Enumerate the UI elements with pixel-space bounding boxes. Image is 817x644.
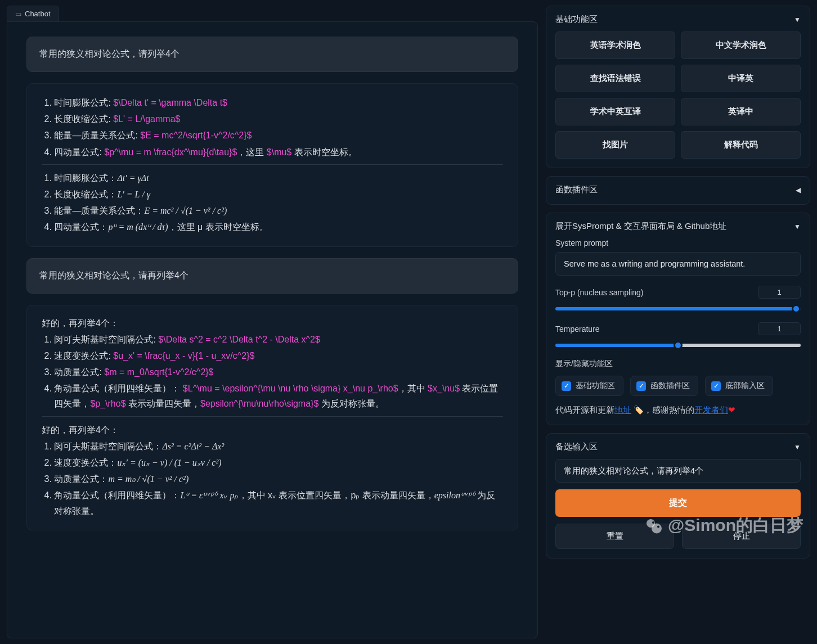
heart-icon: ❤ [728, 406, 735, 415]
visibility-checkbox-2[interactable]: ✓底部输入区 [705, 376, 773, 396]
chatbot-tab[interactable]: ▭ Chatbot [7, 6, 59, 21]
tab-label: Chatbot [25, 10, 51, 18]
input-panel-header[interactable]: 备选输入区 ▼ [555, 442, 801, 452]
basic-button-5[interactable]: 英译中 [681, 98, 801, 125]
check-icon: ✓ [562, 381, 571, 391]
temperature-slider[interactable] [555, 344, 801, 347]
stop-button[interactable]: 停止 [682, 524, 801, 549]
visibility-checkbox-0[interactable]: ✓基础功能区 [555, 376, 623, 396]
chevron-down-icon: ▼ [794, 223, 801, 231]
chevron-left-icon: ◀ [796, 186, 801, 194]
basic-button-2[interactable]: 查找语法错误 [555, 65, 675, 92]
basic-button-7[interactable]: 解释代码 [681, 131, 801, 159]
divider [42, 164, 503, 165]
basic-panel-header[interactable]: 基础功能区 ▼ [555, 14, 801, 25]
temperature-value[interactable]: 1 [758, 322, 801, 335]
basic-button-1[interactable]: 中文学术润色 [681, 31, 801, 59]
top-p-slider[interactable] [555, 307, 801, 310]
input-panel: 备选输入区 ▼ 提交 重置 停止 [546, 433, 810, 559]
plugin-panel: 函数插件区 ◀ [546, 176, 810, 205]
chevron-down-icon: ▼ [794, 443, 801, 451]
user-message: 常用的狭义相对论公式，请再列举4个 [26, 258, 518, 294]
footnote: 代码开源和更新地址 🏷️，感谢热情的开发者们❤ [555, 405, 801, 416]
sys-panel: 展开SysPrompt & 交互界面布局 & Github地址 ▼ System… [546, 213, 810, 425]
panel-title: 备选输入区 [555, 442, 598, 452]
panel-title: 函数插件区 [555, 184, 598, 195]
temperature-label: Temperature [555, 325, 600, 334]
chevron-down-icon: ▼ [794, 16, 801, 24]
top-p-value[interactable]: 1 [758, 286, 801, 299]
sys-panel-header[interactable]: 展开SysPrompt & 交互界面布局 & Github地址 ▼ [555, 221, 801, 232]
bot-message: 好的，再列举4个： 闵可夫斯基时空间隔公式: $\Delta s^2 = c^2… [26, 305, 518, 530]
alt-input[interactable] [555, 459, 801, 483]
bot-message: 时间膨胀公式: $\Delta t' = \gamma \Delta t$ 长度… [26, 83, 518, 247]
system-prompt-input[interactable]: Serve me as a writing and programming as… [555, 252, 801, 276]
basic-button-4[interactable]: 学术中英互译 [555, 98, 675, 125]
reset-button[interactable]: 重置 [555, 524, 674, 549]
plugin-panel-header[interactable]: 函数插件区 ◀ [555, 184, 801, 195]
check-icon: ✓ [636, 381, 646, 391]
system-prompt-label: System prompt [555, 238, 801, 247]
chat-icon: ▭ [15, 10, 21, 18]
basic-button-3[interactable]: 中译英 [681, 65, 801, 92]
chat-area: 常用的狭义相对论公式，请列举4个 时间膨胀公式: $\Delta t' = \g… [7, 21, 538, 638]
divider [42, 416, 503, 417]
basic-button-0[interactable]: 英语学术润色 [555, 31, 675, 59]
devs-link[interactable]: 开发者们 [694, 406, 728, 415]
user-message: 常用的狭义相对论公式，请列举4个 [26, 37, 518, 72]
visibility-checkbox-1[interactable]: ✓函数插件区 [630, 376, 698, 396]
visibility-label: 显示/隐藏功能区 [555, 359, 801, 369]
top-p-label: Top-p (nucleus sampling) [555, 288, 643, 297]
panel-title: 基础功能区 [555, 14, 598, 25]
submit-button[interactable]: 提交 [555, 489, 801, 517]
panel-title: 展开SysPrompt & 交互界面布局 & Github地址 [555, 221, 726, 232]
basic-button-6[interactable]: 找图片 [555, 131, 675, 159]
basic-panel: 基础功能区 ▼ 英语学术润色中文学术润色查找语法错误中译英学术中英互译英译中找图… [546, 6, 810, 168]
check-icon: ✓ [711, 381, 721, 391]
source-link[interactable]: 地址 [614, 406, 631, 415]
